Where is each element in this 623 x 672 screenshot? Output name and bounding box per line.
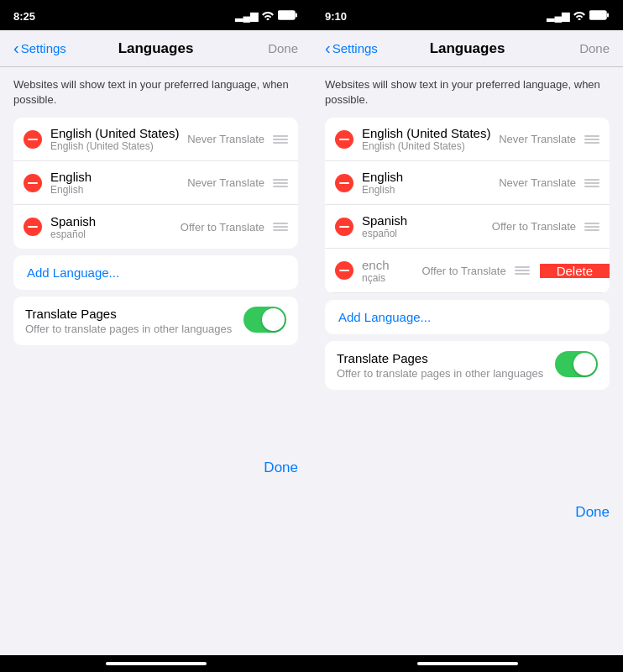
svg-rect-2	[589, 11, 606, 19]
left-translate-toggle[interactable]	[243, 307, 286, 333]
right-translate-label-2: Offer to Translate	[492, 220, 576, 233]
left-remove-english[interactable]	[24, 174, 42, 192]
right-done-bottom[interactable]: Done	[312, 497, 623, 531]
right-lang-sub-2: español	[362, 228, 492, 239]
left-phone: 8:25 ▂▄▆ ‹ Settings Languages Done	[0, 0, 312, 672]
right-delete-button[interactable]: Delete	[540, 264, 610, 278]
left-remove-spanish[interactable]	[24, 218, 42, 236]
left-translate-pages-section: Translate Pages Offer to translate pages…	[13, 297, 298, 345]
right-language-row-1: English English Never Translate	[325, 161, 610, 205]
left-language-row-0: English (United States) English (United …	[13, 118, 298, 161]
right-time: 9:10	[325, 10, 347, 23]
right-translate-pages-section: Translate Pages Offer to translate pages…	[325, 341, 610, 390]
left-translate-label-1: Never Translate	[187, 176, 264, 189]
right-signal-icon: ▂▄▆	[547, 10, 569, 22]
left-lang-name-1: English	[50, 170, 187, 184]
right-remove-spanish[interactable]	[335, 218, 353, 236]
right-translate-label-0: Never Translate	[499, 133, 576, 145]
right-status-bar: 9:10 ▂▄▆	[312, 0, 623, 30]
right-lang-sub-0: English (United States)	[362, 140, 499, 152]
left-description: Websites will show text in your preferre…	[0, 67, 312, 114]
right-nav-done[interactable]: Done	[515, 41, 610, 55]
left-tp-sub: Offer to translate pages in other langua…	[25, 323, 235, 335]
right-lang-name-2: Spanish	[362, 213, 492, 228]
right-lang-info-swipe: ench nçais	[362, 258, 421, 284]
left-lang-sub-1: English	[50, 184, 187, 196]
left-drag-handle-0[interactable]	[273, 135, 288, 144]
svg-rect-3	[607, 13, 609, 17]
left-chevron-icon: ‹	[13, 39, 19, 58]
right-remove-english[interactable]	[335, 174, 353, 192]
left-screen: ‹ Settings Languages Done Websites will …	[0, 30, 312, 655]
right-lang-sub-1: English	[362, 184, 499, 196]
right-languages-section: English (United States) English (United …	[325, 118, 610, 293]
svg-rect-1	[296, 13, 297, 17]
right-home-indicator	[312, 655, 623, 672]
left-lang-name-0: English (United States)	[50, 126, 187, 140]
right-lang-name-1: English	[362, 170, 499, 184]
left-translate-label-2: Offer to Translate	[181, 221, 264, 234]
left-lang-sub-0: English (United States)	[50, 140, 187, 152]
right-chevron-icon: ‹	[325, 39, 331, 58]
battery-icon	[278, 10, 298, 23]
left-back-button[interactable]: ‹ Settings	[13, 39, 108, 58]
right-lang-partial-name: ench	[362, 258, 421, 272]
right-translate-label-swipe: Offer to Translate	[421, 265, 505, 277]
right-screen: ‹ Settings Languages Done Websites will …	[312, 30, 623, 655]
right-home-bar	[417, 662, 518, 665]
left-language-row-2: Spanish español Offer to Translate	[13, 205, 298, 249]
left-lang-info-1: English English	[50, 170, 187, 196]
left-lang-name-2: Spanish	[50, 214, 181, 228]
left-home-bar	[106, 662, 207, 665]
left-drag-handle-2[interactable]	[273, 223, 288, 231]
wifi-icon	[261, 10, 275, 23]
right-lang-info-1: English English	[362, 170, 499, 196]
left-done-bottom[interactable]: Done	[0, 453, 312, 486]
left-translate-label-0: Never Translate	[187, 133, 264, 145]
right-language-row-0: English (United States) English (United …	[325, 118, 610, 161]
right-nav-title: Languages	[420, 40, 515, 57]
right-lang-name-0: English (United States)	[362, 126, 499, 140]
right-lang-info-0: English (United States) English (United …	[362, 126, 499, 152]
right-status-icons: ▂▄▆	[547, 10, 610, 23]
right-translate-toggle[interactable]	[555, 351, 598, 377]
right-tp-sub: Offer to translate pages in other langua…	[337, 367, 547, 380]
left-time: 8:25	[13, 10, 35, 23]
right-add-language[interactable]: Add Language...	[325, 300, 610, 334]
right-drag-handle-1[interactable]	[584, 179, 599, 187]
left-home-indicator	[0, 655, 312, 672]
right-content: Websites will show text in your preferre…	[312, 67, 623, 655]
right-language-row-2: Spanish español Offer to Translate	[325, 205, 610, 249]
right-remove-english-us[interactable]	[335, 130, 353, 149]
left-remove-english-us[interactable]	[24, 130, 42, 149]
left-languages-section: English (United States) English (United …	[13, 118, 298, 249]
svg-rect-0	[278, 11, 295, 19]
right-drag-handle-swipe[interactable]	[515, 266, 530, 275]
right-translate-label-1: Never Translate	[499, 176, 576, 189]
right-nav-bar: ‹ Settings Languages Done	[312, 30, 623, 67]
left-status-icons: ▂▄▆	[235, 10, 298, 23]
right-back-button[interactable]: ‹ Settings	[325, 39, 420, 58]
left-nav-done[interactable]: Done	[203, 41, 298, 55]
signal-icon: ▂▄▆	[235, 10, 258, 22]
right-swipe-row: ench nçais Offer to Translate Delete	[325, 249, 610, 293]
left-nav-bar: ‹ Settings Languages Done	[0, 30, 312, 67]
right-drag-handle-0[interactable]	[584, 135, 599, 144]
right-wifi-icon	[573, 10, 586, 23]
right-swipe-content: ench nçais Offer to Translate	[325, 249, 540, 292]
left-content: Websites will show text in your preferre…	[0, 67, 312, 655]
left-tp-info: Translate Pages Offer to translate pages…	[25, 307, 235, 335]
right-phone: 9:10 ▂▄▆ ‹ Settings Languages Done	[312, 0, 623, 672]
left-nav-title: Languages	[108, 40, 203, 57]
right-lang-partial-sub: nçais	[362, 272, 421, 284]
left-lang-info-2: Spanish español	[50, 214, 181, 240]
left-language-row-1: English English Never Translate	[13, 161, 298, 205]
left-lang-info-0: English (United States) English (United …	[50, 126, 187, 152]
right-remove-french[interactable]	[335, 261, 353, 280]
right-tp-title: Translate Pages	[337, 351, 547, 365]
left-drag-handle-1[interactable]	[273, 179, 288, 187]
left-lang-sub-2: español	[50, 228, 181, 240]
right-tp-info: Translate Pages Offer to translate pages…	[337, 351, 547, 380]
right-drag-handle-2[interactable]	[584, 223, 599, 231]
left-add-language[interactable]: Add Language...	[13, 255, 298, 290]
